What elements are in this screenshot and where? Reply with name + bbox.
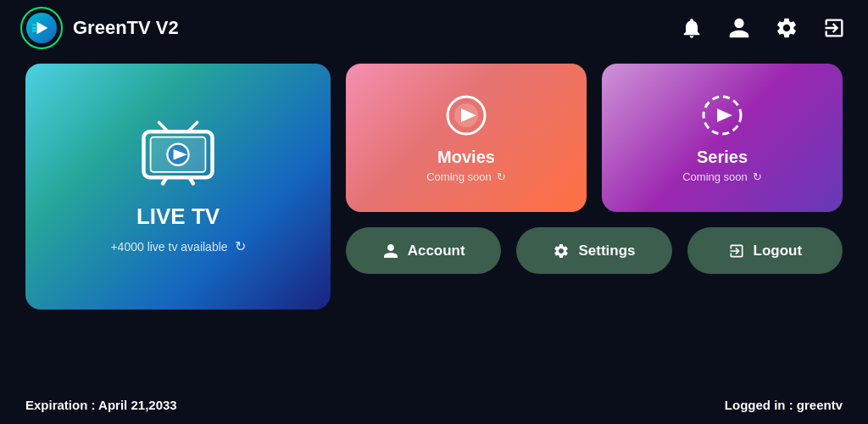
logout-btn-icon	[728, 243, 745, 259]
series-play-icon	[700, 93, 744, 141]
top-cards-row: Movies Coming soon ↻ Se	[346, 64, 843, 212]
header-icons	[678, 14, 848, 42]
live-tv-title: LIVE TV	[136, 204, 220, 230]
notification-bell-icon[interactable]	[678, 14, 705, 42]
header: GreenTV V2	[0, 0, 868, 55]
main-content: LIVE TV +4000 live tv available ↻	[0, 55, 868, 318]
live-tv-card[interactable]: LIVE TV +4000 live tv available ↻	[25, 64, 331, 310]
action-buttons: Account Settings L	[346, 227, 843, 274]
footer: Expiration : April 21,2033 Logged in : g…	[25, 398, 843, 412]
logo-area: GreenTV V2	[20, 7, 179, 49]
account-label: Account	[408, 243, 465, 259]
svg-marker-16	[717, 109, 732, 122]
settings-button[interactable]: Settings	[516, 227, 671, 274]
right-column: Movies Coming soon ↻ Se	[346, 64, 843, 274]
app-title: GreenTV V2	[73, 17, 179, 39]
movies-subtitle: Coming soon ↻	[426, 170, 506, 183]
movies-card[interactable]: Movies Coming soon ↻	[346, 64, 587, 212]
tv-icon	[140, 119, 216, 190]
logout-label: Logout	[754, 243, 803, 259]
series-card[interactable]: Series Coming soon ↻	[602, 64, 843, 212]
settings-btn-icon	[553, 243, 570, 259]
settings-label: Settings	[578, 243, 635, 259]
movies-refresh-icon: ↻	[497, 170, 506, 183]
refresh-icon: ↻	[235, 238, 246, 254]
settings-icon[interactable]	[773, 14, 800, 42]
series-refresh-icon: ↻	[753, 170, 762, 183]
movies-play-icon	[444, 93, 488, 141]
expiration-text: Expiration : April 21,2033	[25, 398, 177, 412]
exit-icon[interactable]	[821, 14, 848, 42]
account-button[interactable]: Account	[346, 227, 501, 274]
live-tv-subtitle: +4000 live tv available ↻	[110, 238, 245, 254]
series-title: Series	[697, 148, 748, 167]
svg-marker-0	[37, 21, 48, 34]
cards-row: LIVE TV +4000 live tv available ↻	[25, 64, 843, 310]
logo-circle	[20, 7, 63, 49]
user-icon[interactable]	[726, 14, 753, 42]
series-subtitle: Coming soon ↻	[682, 170, 762, 183]
logout-button[interactable]: Logout	[687, 227, 843, 274]
movies-title: Movies	[437, 148, 495, 167]
logged-in-text: Logged in : greentv	[725, 398, 843, 412]
account-icon	[382, 243, 399, 259]
logo-inner	[26, 13, 57, 43]
